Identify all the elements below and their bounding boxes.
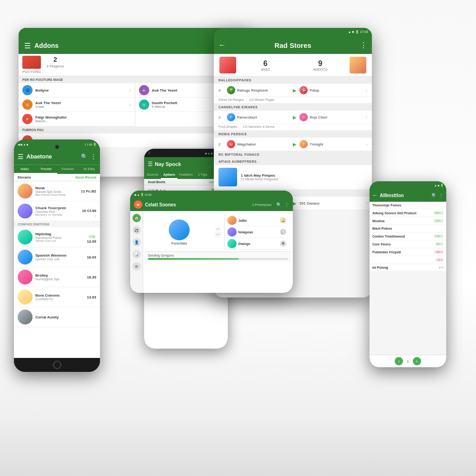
tablet-back-title: Addons — [34, 42, 214, 49]
app-logo: M — [134, 200, 142, 209]
next-page-btn[interactable]: › — [413, 357, 421, 365]
tab-sources[interactable]: Sources — [144, 171, 161, 179]
spanish-avatar — [18, 250, 33, 264]
match-panocolourt[interactable]: 2 P Panocolourt ▶ R Rojv Cherr › — [214, 111, 372, 124]
search-right-icon[interactable]: 🔍 — [431, 193, 437, 198]
tmnight-icon: T — [299, 140, 308, 148]
right-item-6[interactable]: Publenber Fncpett -22 > — [370, 248, 446, 256]
player-img — [350, 57, 366, 73]
match-sub-2: Fuch Anqiars 21t Namnero & Derca — [214, 124, 372, 131]
team-b-tmnight: T Tmnight — [299, 140, 363, 148]
vs-arrow-wleel: ▶ — [293, 201, 297, 206]
player-dialogn[interactable]: Dialogn ⚙ — [225, 238, 289, 250]
home-button[interactable] — [14, 358, 100, 372]
nav-person-icon[interactable]: 👤 — [132, 238, 141, 246]
hamburger-match-icon[interactable]: ☰ — [148, 161, 153, 167]
phone-match-title: Nay Spock — [155, 161, 217, 167]
nav-arrow-wleel: › — [366, 201, 367, 206]
player-spanish[interactable]: Spanish Wemnno Gonner Coe 1ott 16.03 — [14, 247, 100, 267]
tab-aptians[interactable]: Aptians — [161, 171, 178, 179]
right-item-0[interactable]: Thonormpr Fomos — [370, 202, 446, 209]
nav-ball-icon[interactable]: ⚽ — [132, 226, 141, 234]
center-search-icon[interactable]: 🔍 — [276, 202, 282, 207]
center-more-icon[interactable]: ⋮ — [284, 202, 289, 207]
pos-2: 2 — [218, 115, 224, 119]
tab-finemes[interactable]: Finemes — [57, 165, 79, 174]
nav-settings-icon[interactable]: ⚙ — [132, 262, 141, 271]
tablet-main-title: Rad Stores — [230, 41, 356, 49]
tab-previite[interactable]: Previite — [35, 165, 57, 174]
player-niplodag[interactable]: Niplodag Gurooound Polcio Talmen Goe Lot… — [14, 227, 100, 247]
nav-arrow-3: › — [366, 142, 367, 147]
prev-page-btn[interactable]: ‹ — [395, 357, 403, 365]
tab-featibers[interactable]: Featibers — [178, 171, 194, 179]
camera-dot — [148, 152, 151, 154]
right-item-4[interactable]: Contlor Treat/Inwood 118 > — [370, 232, 446, 240]
section-ronis: RONIS PERSICE — [214, 131, 372, 138]
phone-left: ◀◀ ▲ ■ 1 1:00 🔋 ☰ Abaetone 🔍 ⋮ Nalitu Pr… — [14, 139, 100, 372]
tab-item-1[interactable]: PUCYONC — [22, 56, 41, 74]
nnlapean-action[interactable]: 💬 — [280, 229, 286, 235]
right-item-3[interactable]: Biant Poleos — [370, 225, 446, 232]
tab-item-2[interactable]: 2 2 Fingeros — [46, 56, 64, 74]
stat-anss: 6 ANSS — [240, 60, 291, 71]
right-item-2[interactable]: Msollna 153 > — [370, 217, 446, 225]
player-corral[interactable]: Corral Aunity — [14, 307, 100, 327]
team-b-empty: 591 Danace — [299, 201, 363, 205]
right-item-5[interactable]: Core Floors 55 > — [370, 240, 446, 248]
dialogn-action[interactable]: ⚙ — [280, 240, 286, 247]
player-brolley[interactable]: Brolley Numnygene Sylt 18.39 — [14, 267, 100, 287]
match-rahugu[interactable]: 4 🏆 Rahugu Resplcent ▶ ⚽ Palup › — [214, 84, 372, 97]
score-box: ··· — [214, 231, 221, 238]
right-item-8[interactable]: Inl Polong > > — [370, 264, 446, 271]
featured-link[interactable]: Smon Recout — [75, 176, 96, 179]
list-item-bollyne[interactable]: 🔵 Bollyne › — [19, 83, 135, 98]
player-nona[interactable]: Nona Dunual Spit Sosts Mlor Elevon Roud … — [14, 181, 100, 201]
list-item-grenads[interactable]: G Auk The Yeeet Crwat › — [19, 98, 135, 112]
jallto-action[interactable]: 🔔 — [280, 217, 286, 224]
chuck-avatar — [18, 204, 33, 218]
section-cannelyne: CANNELYNE EIRARES — [214, 104, 372, 111]
chevron-icon-2: › — [129, 102, 131, 107]
team-a-wag: W Wagchabor — [227, 140, 290, 148]
hamburger-icon[interactable]: ☰ — [24, 41, 31, 50]
nav-chart-icon[interactable]: 📊 — [132, 250, 141, 258]
featured-header: Elocams Smon Recout — [14, 174, 100, 181]
phone-right-app-bar: ← AllImsttlon 🔍 ⋮ — [370, 189, 446, 202]
tab-1tigis[interactable]: 1 Tigis — [194, 171, 211, 179]
nav-home-icon[interactable]: 🏠 — [132, 214, 141, 222]
list-item-falgr[interactable]: F Falgr Monaghafur Mamm... — [19, 112, 135, 126]
tablet-main-status: ▲ ■ 🔋 17:03 — [214, 28, 372, 36]
player-nnlapean[interactable]: Nnlapean 💬 — [225, 226, 289, 238]
more-vert-icon[interactable]: ⋮ — [360, 41, 367, 50]
more-right-icon[interactable]: ⋮ — [439, 193, 443, 198]
pagination: ‹ 1 › — [370, 355, 446, 367]
tab-ni-elitto[interactable]: NI Elitto — [79, 165, 100, 174]
section-apiais: APIAIS AUMEFFRERS — [214, 158, 372, 165]
auk-icon: A — [139, 85, 149, 95]
camera-bump — [55, 145, 59, 149]
phone-center-title: Celatt Soones — [145, 202, 249, 207]
team-logo — [219, 57, 236, 73]
hamburger-left-icon[interactable]: ☰ — [18, 153, 24, 160]
right-item-7[interactable]: -2 > — [370, 256, 446, 264]
right-item-1[interactable]: Adlung Soonce Stet Product 981 > — [370, 209, 446, 217]
scene: ▲ ◾ 🔋 ☰ Addons 🔍 ❐ ⋮ PUCYONC 2 2 Fingero… — [0, 0, 476, 476]
person-row: 1 Iatch May Pimpes 21 Mlnith Recin Fregm… — [214, 165, 372, 190]
more-left-icon[interactable]: ⋮ — [91, 153, 96, 160]
tablet-main-app-bar: ← Rad Stores ⋮ — [214, 36, 372, 54]
vs-arrow-icon: ▶ — [293, 88, 297, 93]
back-arrow-icon[interactable]: ← — [218, 41, 226, 49]
phone-left-app-bar: ☰ Abaetone 🔍 ⋮ — [14, 149, 100, 165]
battery-text: 1 1:00 🔋 — [85, 143, 96, 146]
stat-addocs: 9 ADDOCS — [295, 60, 346, 71]
player-jallto[interactable]: Jallto 🔔 — [225, 215, 289, 226]
player-chuck[interactable]: Chuck Tnocrpren Clunchto Frot Muntenry C… — [14, 201, 100, 221]
match-wagchabor[interactable]: 2 W Wagchabor ▶ T Tmnight › — [214, 138, 372, 151]
back-icon-right[interactable]: ← — [372, 192, 378, 198]
tab-nalitu[interactable]: Nalitu — [14, 165, 35, 174]
search-left-icon[interactable]: 🔍 — [81, 153, 88, 160]
phone-center-content: 🏠 ⚽ 👤 📊 ⚙ Forentalu VS ··· — [130, 211, 293, 293]
player-left: Forentalu — [147, 219, 212, 245]
player-bora[interactable]: Bora Cravons Crurthols Fo 13.93 — [14, 287, 100, 307]
